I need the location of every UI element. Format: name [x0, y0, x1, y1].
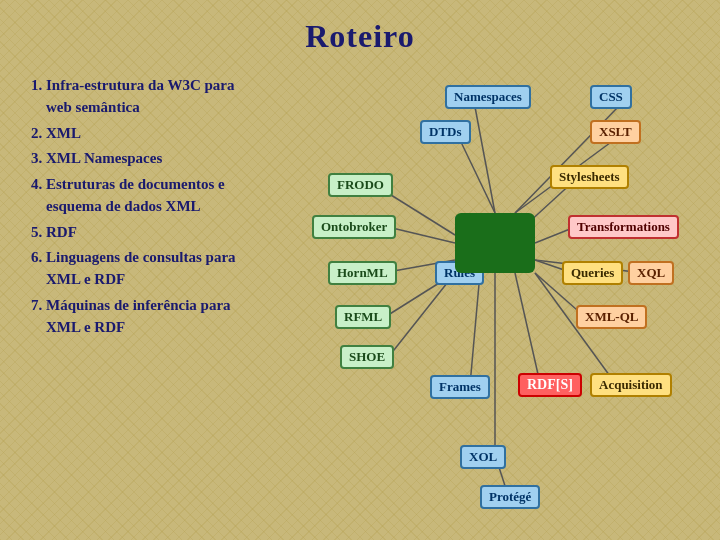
xql-node: XQL: [628, 261, 674, 285]
frames-node: Frames: [430, 375, 490, 399]
transformations-node: Transformations: [568, 215, 679, 239]
diagram-panel: Namespaces CSS DTDs XSLT FRODO Styleshee…: [260, 65, 710, 525]
rdfs-node: RDF[S]: [518, 373, 582, 397]
xml-center-node: [455, 213, 535, 273]
queries-node: Queries: [562, 261, 623, 285]
list-item: XML: [46, 123, 250, 145]
stylesheets-node: Stylesheets: [550, 165, 629, 189]
list-item: Linguagens de consultas para XML e RDF: [46, 247, 250, 291]
topic-list: Infra-estrutura da W3C para web semântic…: [28, 75, 250, 338]
left-panel: Infra-estrutura da W3C para web semântic…: [10, 65, 260, 525]
list-item: Infra-estrutura da W3C para web semântic…: [46, 75, 250, 119]
svg-line-17: [515, 273, 540, 383]
xml-ql-node: XML-QL: [576, 305, 647, 329]
acquisition-node: Acquisition: [590, 373, 672, 397]
rfml-node: RFML: [335, 305, 391, 329]
hornml-node: HornML: [328, 261, 397, 285]
shoe-node: SHOE: [340, 345, 394, 369]
list-item: RDF: [46, 222, 250, 244]
xslt-node: XSLT: [590, 120, 641, 144]
dtds-node: DTDs: [420, 120, 471, 144]
svg-line-0: [475, 107, 495, 213]
page-title: Roteiro: [0, 0, 720, 65]
namespaces-node: Namespaces: [445, 85, 531, 109]
ontobroker-node: Ontobroker: [312, 215, 396, 239]
protege-node: Protégé: [480, 485, 540, 509]
svg-line-14: [390, 273, 455, 355]
svg-line-2: [460, 140, 495, 213]
css-node: CSS: [590, 85, 632, 109]
list-item: XML Namespaces: [46, 148, 250, 170]
list-item: Máquinas de inferência para XML e RDF: [46, 295, 250, 339]
svg-line-16: [470, 273, 480, 385]
frodo-node: FRODO: [328, 173, 393, 197]
xol-node: XOL: [460, 445, 506, 469]
list-item: Estruturas de documentos e esquema de da…: [46, 174, 250, 218]
